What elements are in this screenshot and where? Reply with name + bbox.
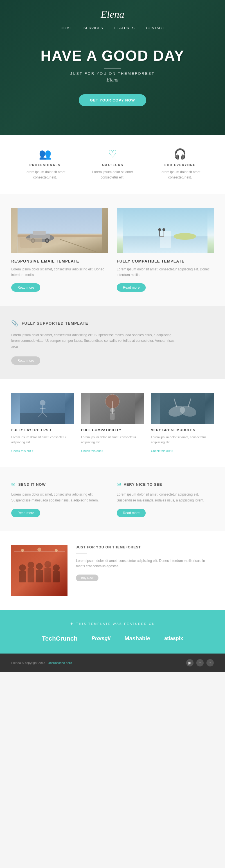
cta-button[interactable]: GET YOUR COPY NOW	[79, 94, 146, 106]
card-2-read-more[interactable]: Read more	[117, 283, 146, 292]
svg-point-17	[163, 228, 165, 231]
professionals-icon: 👥	[17, 149, 73, 159]
umbrella-image	[81, 393, 144, 424]
hero-subtitle: JUST FOR YOU ON THEMEFOREST	[6, 71, 219, 75]
footer-brand: Elenea	[11, 661, 21, 664]
hero-title: HAVE A GOOD DAY	[6, 47, 219, 64]
card-2-image	[117, 208, 214, 253]
social-icons: g+ f t	[186, 659, 214, 666]
hero-section: Elena HOME SERVICES FEATURES CONTACT HAV…	[0, 0, 225, 135]
svg-point-21	[40, 400, 46, 406]
svg-point-29	[110, 408, 115, 413]
footer-copyright: © copyright 2013 ·	[22, 661, 47, 664]
svg-point-37	[19, 564, 26, 571]
nav-home[interactable]: HOME	[61, 26, 72, 30]
two-col-send: ✉ SEND IT NOW Lorem ipsum dolor sit amet…	[11, 481, 108, 517]
techcrunch-logo: TechCrunch	[42, 635, 78, 642]
svg-rect-44	[45, 568, 51, 582]
supported-text: Lorem ipsum dolor sit amet, consectetur …	[11, 332, 180, 349]
featured-header: ✦ THIS TEMPLATE WAS FEATURED ON	[11, 621, 214, 626]
nice-text: Lorem ipsum dolor sit amet, consectetur …	[117, 492, 214, 503]
card-2: FULLY COMPATIBLE TEMPLATE Lorem ipsum do…	[117, 208, 214, 291]
cards-section: RESPONSIVE EMAIL TEMPLATE Lorem ipsum do…	[0, 194, 225, 306]
supported-title: FULLY SUPPORTED TEMPLATE	[22, 321, 88, 326]
facebook-icon[interactable]: f	[196, 659, 204, 666]
mashable-logo: Mashable	[124, 635, 150, 642]
hero-signature: Elena	[6, 77, 219, 83]
featured-section: ✦ THIS TEMPLATE WAS FEATURED ON TechCrun…	[0, 610, 225, 654]
feature-amateurs: ♡ AMATEURS Lorem ipsum dolor sit amet co…	[79, 149, 146, 180]
card-1-image	[11, 208, 108, 253]
supported-header: 📎 FULLY SUPPORTED TEMPLATE	[11, 320, 214, 327]
svg-rect-30	[110, 413, 115, 420]
feature-title-1: PROFESIONALS	[17, 163, 73, 167]
navigation: HOME SERVICES FEATURES CONTACT	[6, 26, 219, 30]
svg-rect-40	[28, 568, 34, 582]
img-text-grid: JUST FOR YOU ON THEMEFOREST Lorem ipsum …	[11, 545, 214, 596]
svg-point-45	[53, 564, 60, 571]
svg-point-10	[46, 240, 48, 242]
supported-read-more[interactable]: Read more	[11, 356, 40, 365]
twitter-icon[interactable]: t	[206, 659, 214, 666]
buy-now-button[interactable]: Buy Now	[76, 575, 99, 581]
supported-section: 📎 FULLY SUPPORTED TEMPLATE Lorem ipsum d…	[0, 306, 225, 379]
svg-rect-38	[19, 571, 26, 582]
feature-text-1: Lorem ipsum dolor sit amet consectetur e…	[17, 169, 73, 180]
nice-title: VERY NICE TO SEE	[124, 482, 162, 487]
nice-header: ✉ VERY NICE TO SEE	[117, 481, 214, 487]
svg-point-13	[174, 233, 196, 240]
footer-text: Elenea © copyright 2013 · Unsubscribe he…	[11, 661, 72, 664]
amateurs-icon: ♡	[84, 149, 141, 159]
card-1-read-more[interactable]: Read more	[11, 283, 40, 292]
send-title: SEND IT NOW	[18, 482, 46, 487]
atlaspix-logo: atlaspix	[164, 636, 183, 642]
feature-text-3: Lorem ipsum dolor sit amet consectetur e…	[152, 169, 208, 180]
svg-point-49	[37, 548, 41, 552]
svg-rect-12	[123, 237, 207, 253]
three-cards-grid: FULLY LAYERED PSD Lorem ipsum dolor sit …	[11, 393, 214, 453]
card-2-text: Lorem ipsum dolor sit amet, consectetur …	[117, 267, 214, 277]
cards-grid: RESPONSIVE EMAIL TEMPLATE Lorem ipsum do…	[11, 208, 214, 291]
three-card-psd: FULLY LAYERED PSD Lorem ipsum dolor sit …	[11, 393, 74, 453]
check-link-3[interactable]: Check this out >	[151, 449, 173, 453]
feature-everyone: 🎧 FOR EVERYONE Lorem ipsum dolor sit ame…	[146, 149, 214, 180]
svg-rect-46	[53, 571, 60, 582]
featured-star-icon: ✦	[70, 621, 74, 626]
card-1-text: Lorem ipsum dolor sit amet, consectetur …	[11, 267, 108, 277]
three-card-compat: FULL COMPATIBILITY Lorem ipsum dolor sit…	[81, 393, 144, 453]
svg-point-39	[28, 562, 34, 568]
check-link-2[interactable]: Check this out >	[81, 449, 103, 453]
check-link-1[interactable]: Check this out >	[11, 449, 33, 453]
logo: Elena	[6, 8, 219, 20]
svg-rect-6	[33, 231, 46, 235]
google-plus-icon[interactable]: g+	[186, 659, 194, 666]
send-read-more[interactable]: Read more	[11, 509, 40, 517]
three-card-modules: VERY GREAT MODULES Lorem ipsum dolor sit…	[151, 393, 214, 453]
feature-professionals: 👥 PROFESIONALS Lorem ipsum dolor sit ame…	[11, 149, 79, 180]
svg-point-50	[55, 549, 58, 552]
shoes-image	[151, 393, 214, 424]
send-icon: ✉	[11, 481, 16, 487]
promgil-logo: Promgil	[92, 636, 111, 642]
nice-icon: ✉	[117, 481, 121, 487]
everyone-icon: 🎧	[152, 149, 208, 159]
send-text: Lorem ipsum dolor sit amet, consectetur …	[11, 492, 108, 503]
feature-title-3: FOR EVERYONE	[152, 163, 208, 167]
svg-point-8	[32, 240, 34, 242]
features-section: 👥 PROFESIONALS Lorem ipsum dolor sit ame…	[0, 135, 225, 194]
three-cards-section: FULLY LAYERED PSD Lorem ipsum dolor sit …	[0, 379, 225, 467]
svg-point-15	[158, 228, 161, 231]
card-1-title: RESPONSIVE EMAIL TEMPLATE	[11, 259, 108, 264]
three-card-title-2: FULL COMPATIBILITY	[81, 428, 144, 432]
nav-services[interactable]: SERVICES	[84, 26, 103, 30]
supported-icon: 📎	[11, 320, 18, 327]
nice-read-more[interactable]: Read more	[117, 509, 146, 517]
svg-point-41	[36, 563, 43, 570]
unsubscribe-link[interactable]: Unsubscribe here	[48, 661, 72, 664]
nav-contact[interactable]: CONTACT	[146, 26, 164, 30]
svg-rect-42	[36, 570, 43, 582]
nav-features[interactable]: FEATURES	[114, 26, 135, 30]
two-col-grid: ✉ SEND IT NOW Lorem ipsum dolor sit amet…	[11, 481, 214, 517]
three-card-title-1: FULLY LAYERED PSD	[11, 428, 74, 432]
two-col-section: ✉ SEND IT NOW Lorem ipsum dolor sit amet…	[0, 467, 225, 531]
